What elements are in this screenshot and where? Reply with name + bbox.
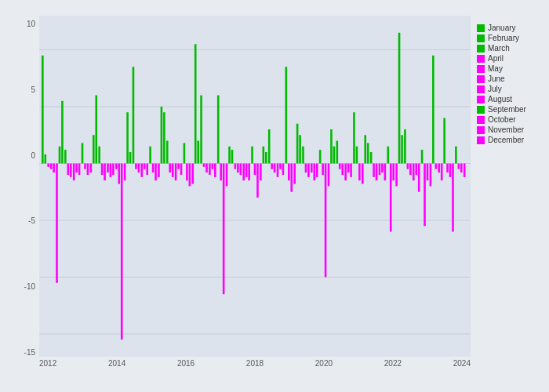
legend-label: December: [488, 136, 524, 144]
bar: [344, 164, 347, 181]
bar: [395, 164, 398, 187]
bar: [339, 164, 341, 169]
bar: [358, 164, 361, 181]
bar: [121, 164, 123, 340]
bar: [322, 164, 324, 176]
bar: [61, 101, 64, 164]
bar: [390, 164, 392, 232]
legend-item: March: [477, 44, 541, 53]
bar: [367, 143, 369, 163]
legend-label: May: [488, 64, 503, 73]
bar: [140, 164, 143, 177]
x-axis: 2012201420162018202020222024: [39, 357, 471, 376]
bar: [460, 164, 463, 173]
x-label: 2022: [384, 359, 402, 368]
plot: [39, 16, 471, 357]
bar: [172, 164, 174, 177]
bar: [279, 164, 282, 169]
x-label: 2014: [108, 359, 125, 368]
bar: [126, 112, 129, 163]
bar: [70, 164, 72, 177]
legend-color-box: [477, 24, 485, 32]
bar: [226, 164, 228, 187]
bar: [458, 164, 460, 169]
legend-color-box: [477, 126, 485, 134]
bar: [384, 164, 387, 181]
bar: [364, 135, 366, 163]
bar: [404, 129, 406, 164]
bar: [53, 164, 55, 173]
bar: [441, 164, 443, 181]
bar: [256, 164, 259, 198]
legend-label: June: [488, 74, 505, 83]
bar: [398, 33, 401, 164]
bar: [325, 164, 327, 278]
bar: [333, 147, 336, 164]
bar: [464, 164, 466, 177]
legend-label: October: [488, 115, 516, 124]
chart-area: 1050-5-10-15 201220142016201820202022202…: [8, 16, 541, 376]
bar: [107, 164, 109, 173]
bar: [203, 164, 205, 167]
bar: [452, 164, 454, 232]
bar: [373, 164, 375, 177]
bar: [177, 164, 180, 169]
legend-color-box: [477, 45, 485, 53]
legend-color-box: [477, 75, 485, 83]
bar: [296, 124, 299, 164]
x-label: 2020: [315, 359, 333, 368]
bar: [95, 96, 97, 164]
x-label: 2012: [39, 359, 56, 368]
bar: [407, 164, 409, 169]
bar: [341, 164, 344, 176]
bar: [144, 164, 146, 169]
legend-item: April: [477, 54, 541, 63]
bar: [274, 164, 276, 173]
bar: [311, 164, 313, 173]
bar: [138, 164, 140, 173]
bar: [381, 164, 384, 173]
bar: [263, 147, 265, 164]
bar: [73, 164, 75, 181]
bar: [152, 164, 155, 173]
bar: [214, 164, 216, 177]
bar: [220, 164, 222, 181]
bar: [427, 164, 429, 181]
y-axis: 1050-5-10-15: [8, 16, 39, 376]
bar: [84, 164, 86, 169]
legend-item: October: [477, 115, 541, 124]
legend-label: September: [488, 105, 526, 114]
bar: [356, 147, 358, 164]
bar: [231, 150, 234, 163]
bar: [288, 164, 290, 181]
bar: [307, 164, 310, 177]
bar: [293, 164, 296, 184]
bar: [228, 147, 231, 164]
legend-label: July: [488, 85, 502, 93]
bar: [75, 164, 78, 173]
bar: [277, 164, 279, 177]
legend-color-box: [477, 106, 485, 114]
y-label: -15: [24, 348, 35, 357]
bar: [197, 141, 199, 164]
bar: [163, 112, 165, 163]
legend-color-box: [477, 116, 485, 124]
bar: [235, 164, 237, 169]
bar: [129, 152, 132, 164]
bar: [282, 164, 285, 176]
bar: [158, 164, 160, 177]
legend-color-box: [477, 136, 485, 144]
bar: [149, 147, 151, 164]
bar: [379, 164, 381, 176]
y-label: -5: [28, 216, 35, 225]
bar: [424, 164, 426, 227]
legend-item: December: [477, 136, 541, 144]
bar: [443, 118, 445, 164]
legend-item: May: [477, 64, 541, 73]
bar: [115, 164, 118, 169]
bar: [93, 135, 95, 163]
x-label: 2024: [453, 359, 471, 368]
bar: [438, 164, 440, 173]
bar: [347, 164, 350, 173]
bar: [265, 152, 267, 164]
